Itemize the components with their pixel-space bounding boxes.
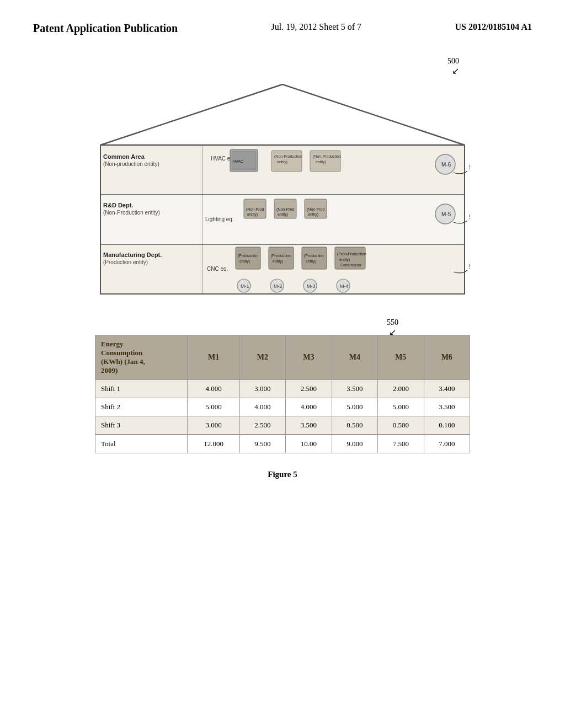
col-header-m6: M6 [424, 335, 470, 380]
row-value: 0.100 [424, 416, 470, 435]
svg-text:530: 530 [469, 263, 470, 271]
building-svg: Common Area (Non-production entity) HVAC… [95, 73, 470, 305]
svg-text:(Non-Prod: (Non-Prod [307, 207, 324, 212]
svg-text:Lighting eq.: Lighting eq. [205, 216, 234, 222]
col-header-m2: M2 [239, 335, 285, 380]
table-header-row: Energy Consumption (KWh) (Jan 4, 2009) M… [95, 335, 470, 380]
table-section: 550 ↙ Energy Consumption (KWh) (Jan 4, 2… [95, 335, 470, 453]
col-header-m1: M1 [188, 335, 239, 380]
row-label: Shift 3 [95, 416, 188, 435]
row-value: 7.500 [378, 435, 424, 453]
svg-rect-39 [236, 247, 260, 269]
ref-500: 500 ↙ [447, 57, 459, 76]
svg-text:Common Area: Common Area [103, 153, 145, 160]
svg-text:(Non-Production: (Non-Production [313, 154, 341, 159]
svg-text:510: 510 [469, 163, 470, 172]
row-value: 3.500 [332, 380, 377, 398]
svg-text:entity): entity) [339, 258, 350, 262]
svg-text:HVAC: HVAC [233, 159, 243, 163]
svg-text:(Non-Prod: (Non-Prod [246, 207, 264, 212]
row-value: 3.000 [188, 416, 239, 435]
svg-text:(Non-Production entity): (Non-Production entity) [103, 210, 160, 216]
main-content: 500 ↙ Common Area (Non-production entity… [0, 46, 565, 501]
table-row: Total12.0009.50010.009.0007.5007.000 [95, 435, 470, 453]
svg-text:(Non-Prod: (Non-Prod [276, 207, 294, 212]
svg-text:M-5: M-5 [441, 211, 451, 217]
svg-text:entity): entity) [239, 259, 250, 264]
row-value: 10.00 [286, 435, 332, 453]
row-value: 4.000 [188, 380, 239, 398]
row-value: 3.500 [286, 416, 332, 435]
row-value: 5.000 [332, 398, 377, 416]
row-value: 0.500 [378, 416, 424, 435]
row-value: 3.500 [424, 398, 470, 416]
svg-rect-45 [302, 247, 327, 269]
table-row: Shift 14.0003.0002.5003.5002.0003.400 [95, 380, 470, 398]
row-value: 0.500 [332, 416, 377, 435]
svg-text:entity): entity) [277, 160, 287, 164]
energy-table: Energy Consumption (KWh) (Jan 4, 2009) M… [95, 335, 470, 453]
row-value: 4.000 [239, 398, 285, 416]
arrow-500-icon: ↙ [452, 66, 459, 76]
svg-text:CNC eq.: CNC eq. [207, 266, 228, 272]
row-value: 7.000 [424, 435, 470, 453]
svg-text:M-6: M-6 [441, 162, 451, 168]
svg-text:(Prod-Production: (Prod-Production [337, 252, 366, 256]
svg-text:entity): entity) [247, 212, 258, 217]
svg-text:520: 520 [469, 213, 470, 221]
svg-text:entity): entity) [308, 212, 318, 217]
svg-marker-0 [100, 84, 465, 145]
svg-text:(Non-Production: (Non-Production [274, 154, 302, 159]
row-value: 2.000 [378, 380, 424, 398]
row-value: 5.000 [188, 398, 239, 416]
svg-text:Manufacturing Dept.: Manufacturing Dept. [103, 251, 162, 258]
svg-text:(Production: (Production [304, 254, 324, 258]
publication-number: US 2012/0185104 A1 [455, 22, 532, 32]
svg-text:Compressor: Compressor [340, 263, 362, 267]
row-value: 3.000 [239, 380, 285, 398]
col-header-m5: M5 [378, 335, 424, 380]
svg-text:M-1: M-1 [241, 283, 249, 289]
building-diagram: 500 ↙ Common Area (Non-production entity… [95, 57, 470, 307]
svg-text:(Production entity): (Production entity) [103, 259, 148, 265]
table-row: Shift 25.0004.0004.0005.0005.0003.500 [95, 398, 470, 416]
publication-date: Jul. 19, 2012 Sheet 5 of 7 [271, 22, 362, 32]
row-value: 2.500 [239, 416, 285, 435]
row-value: 12.000 [188, 435, 239, 453]
svg-text:entity): entity) [273, 259, 283, 264]
row-label: Shift 1 [95, 380, 188, 398]
row-value: 5.000 [378, 398, 424, 416]
svg-text:M-3: M-3 [307, 283, 316, 289]
svg-rect-42 [269, 247, 294, 269]
svg-text:(Non-production entity): (Non-production entity) [103, 161, 159, 167]
svg-text:(Production: (Production [238, 254, 258, 258]
col-header-m4: M4 [332, 335, 377, 380]
svg-text:entity): entity) [316, 160, 326, 164]
svg-text:entity): entity) [306, 259, 316, 264]
table-row: Shift 33.0002.5003.5000.5000.5000.100 [95, 416, 470, 435]
svg-text:entity): entity) [278, 212, 288, 217]
arrow-550-icon: ↙ [389, 328, 396, 337]
svg-text:M-4: M-4 [340, 283, 349, 289]
row-value: 9.500 [239, 435, 285, 453]
ref-550: 550 ↙ [387, 318, 398, 338]
patent-header: Patent Application Publication Jul. 19, … [0, 0, 565, 46]
svg-text:(Production: (Production [271, 254, 291, 258]
col-header-energy: Energy Consumption (KWh) (Jan 4, 2009) [95, 335, 188, 380]
row-value: 4.000 [286, 398, 332, 416]
svg-text:R&D Dept.: R&D Dept. [103, 202, 133, 208]
svg-text:M-2: M-2 [274, 283, 282, 289]
row-value: 3.400 [424, 380, 470, 398]
row-value: 9.000 [332, 435, 377, 453]
publication-title: Patent Application Publication [33, 22, 178, 35]
row-value: 2.500 [286, 380, 332, 398]
row-label: Total [95, 435, 188, 453]
table-body: Shift 14.0003.0002.5003.5002.0003.400Shi… [95, 380, 470, 453]
col-header-m3: M3 [286, 335, 332, 380]
row-label: Shift 2 [95, 398, 188, 416]
figure-caption: Figure 5 [268, 470, 297, 479]
